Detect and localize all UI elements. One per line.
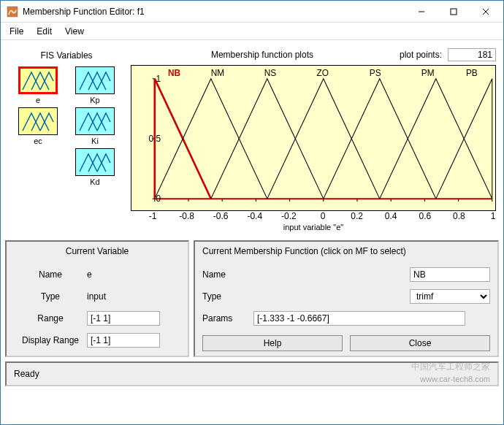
cv-range-label: Range [14,313,87,323]
app-icon [7,6,18,18]
current-mf-panel: Current Membership Function (click on MF… [194,240,499,357]
watermark-text-2: 中国汽车工程师之家 [411,361,490,373]
help-button[interactable]: Help [202,335,343,351]
menu-file[interactable]: File [9,26,23,37]
mf-name-label: Name [202,269,253,280]
cv-range-input[interactable] [87,311,160,326]
cv-type-value: input [87,291,106,302]
plot-area[interactable]: 00.51NBNMNSZOPSPMPB [131,65,496,211]
cv-disp-label: Display Range [14,335,87,345]
mf-params-input[interactable] [253,311,465,326]
var-box-Kp[interactable] [75,66,115,94]
menu-edit[interactable]: Edit [37,26,52,37]
cv-disp-input[interactable] [87,333,160,348]
var-label-Ki: Ki [91,137,99,145]
var-label-Kd: Kd [90,177,99,186]
window-title: Membership Function Editor: f1 [23,7,405,17]
var-label-ec: ec [34,137,42,145]
cv-name-label: Name [14,269,87,280]
app-window: Membership Function Editor: f1 File Edit… [0,0,504,425]
plot-points-input[interactable] [448,48,496,61]
menubar: File Edit View [1,23,503,40]
var-box-Ki[interactable] [75,107,115,135]
current-variable-panel: Current Variable Namee Typeinput Range D… [5,240,189,357]
titlebar: Membership Function Editor: f1 [1,1,503,23]
var-label-e: e [36,96,40,104]
plot-points-label: plot points: [394,50,445,60]
status-text: Ready [14,369,39,379]
menu-view[interactable]: View [65,26,84,37]
var-box-Kd[interactable] [75,148,115,176]
var-box-ec[interactable] [18,107,58,135]
cv-title: Current Variable [14,246,180,256]
mf-type-label: Type [202,291,253,302]
maximize-button[interactable] [438,1,470,22]
svg-rect-2 [451,9,457,15]
close-panel-button[interactable]: Close [350,335,490,351]
plot-title: Membership function plots [131,50,394,60]
mf-name-input[interactable] [410,267,490,282]
plot-panel: Membership function plots plot points: 0… [125,47,496,234]
cv-type-label: Type [14,291,87,302]
minimize-button[interactable] [405,1,438,22]
var-label-Kp: Kp [90,96,99,104]
status-bar: Ready 中国汽车工程师之家 www.car-tech8.com [5,361,499,386]
watermark-text-1: www.car-tech8.com [420,375,490,383]
mf-title: Current Membership Function (click on MF… [202,246,490,256]
mf-params-label: Params [202,313,253,323]
close-button[interactable] [470,1,502,22]
plot-axis-label: input variable "e" [131,223,496,231]
fis-variables-panel: FIS Variables eKpecKiKd [8,47,125,234]
fis-variables-header: FIS Variables [8,50,125,61]
var-box-e[interactable] [18,66,58,94]
cv-name-value: e [87,269,92,280]
mf-type-select[interactable]: trimf [410,289,490,304]
